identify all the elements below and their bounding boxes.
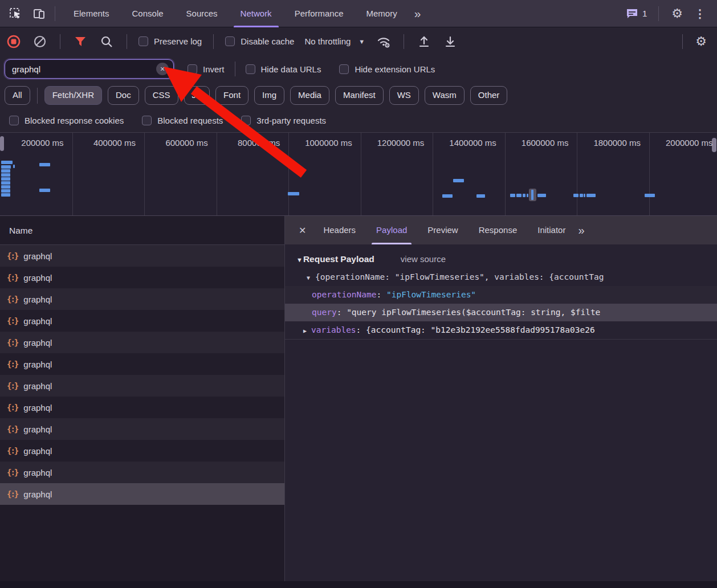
tab-performance[interactable]: Performance xyxy=(283,0,355,27)
waterfall-bar[interactable] xyxy=(1,185,10,189)
more-tabs-chevron-icon[interactable]: » xyxy=(409,7,427,21)
detail-tab-preview[interactable]: Preview xyxy=(417,216,468,244)
export-har-icon[interactable] xyxy=(442,34,458,50)
waterfall-bar[interactable] xyxy=(288,192,299,195)
request-row[interactable]: {:}graphql xyxy=(0,440,284,462)
overview-scroll-thumb-left[interactable] xyxy=(0,136,4,151)
hide-extension-urls-checkbox[interactable] xyxy=(339,64,349,74)
waterfall-bar[interactable] xyxy=(1,181,10,185)
chip-fetchxhr[interactable]: Fetch/XHR xyxy=(44,86,102,105)
waterfall-bar[interactable] xyxy=(523,194,525,197)
request-row[interactable]: {:}graphql xyxy=(0,353,284,375)
disable-cache-checkbox-group[interactable]: Disable cache xyxy=(225,36,294,46)
waterfall-bar[interactable] xyxy=(1,169,10,173)
detail-more-tabs-chevron-icon[interactable]: » xyxy=(578,224,584,237)
waterfall-bar[interactable] xyxy=(453,179,464,182)
request-row[interactable]: {:}graphql xyxy=(0,245,284,267)
disable-cache-checkbox[interactable] xyxy=(225,36,235,46)
network-overview-timeline[interactable]: 200000 ms400000 ms600000 ms800000 ms1000… xyxy=(0,132,717,216)
object-collapse-icon[interactable]: ▼ xyxy=(307,275,310,281)
payload-row-query[interactable]: query: "query ipFlowTimeseries($accountT… xyxy=(285,304,717,321)
waterfall-bar[interactable] xyxy=(1,177,10,181)
console-messages-button[interactable]: 1 xyxy=(621,8,651,19)
blocked-response-cookies-checkbox[interactable] xyxy=(9,116,19,125)
chip-css[interactable]: CSS xyxy=(145,86,178,105)
view-source-link[interactable]: view source xyxy=(401,254,446,264)
chip-all[interactable]: All xyxy=(5,86,30,105)
preserve-log-checkbox-group[interactable]: Preserve log xyxy=(138,36,202,46)
detail-tab-headers[interactable]: Headers xyxy=(313,216,366,244)
preserve-log-checkbox[interactable] xyxy=(138,36,148,46)
waterfall-bar[interactable] xyxy=(573,194,579,197)
settings-gear-icon[interactable]: ⚙ xyxy=(666,6,689,21)
request-row[interactable]: {:}graphql xyxy=(0,310,284,332)
inspect-element-icon[interactable] xyxy=(7,5,24,22)
chip-ws[interactable]: WS xyxy=(389,86,419,105)
waterfall-bar[interactable] xyxy=(1,165,11,169)
invert-checkbox[interactable] xyxy=(188,64,197,74)
request-row[interactable]: {:}graphql xyxy=(0,483,284,505)
chip-font[interactable]: Font xyxy=(215,86,248,105)
search-icon[interactable] xyxy=(99,34,115,50)
waterfall-bar[interactable] xyxy=(586,194,596,197)
chip-js[interactable]: JS xyxy=(184,86,210,105)
third-party-requests-checkbox[interactable] xyxy=(241,116,251,125)
payload-preview-line[interactable]: ▼{operationName: "ipFlowTimeseries", var… xyxy=(285,268,717,286)
kebab-menu-icon[interactable]: ⋮ xyxy=(689,7,711,21)
request-row[interactable]: {:}graphql xyxy=(0,332,284,353)
waterfall-bar[interactable] xyxy=(1,189,10,193)
detail-tab-payload[interactable]: Payload xyxy=(366,216,417,244)
waterfall-bar[interactable] xyxy=(645,194,655,197)
request-row[interactable]: {:}graphql xyxy=(0,288,284,310)
hide-data-urls-checkbox[interactable] xyxy=(246,64,255,74)
request-row[interactable]: {:}graphql xyxy=(0,397,284,418)
network-conditions-icon[interactable] xyxy=(376,34,392,50)
request-row[interactable]: {:}graphql xyxy=(0,375,284,397)
tab-network[interactable]: Network xyxy=(229,0,283,27)
blocked-response-cookies-checkbox-group[interactable]: Blocked response cookies xyxy=(9,116,124,125)
clear-button[interactable] xyxy=(32,34,48,50)
chip-wasm[interactable]: Wasm xyxy=(425,86,465,105)
hide-extension-urls-checkbox-group[interactable]: Hide extension URLs xyxy=(339,64,435,74)
waterfall-bar[interactable] xyxy=(580,194,583,197)
close-detail-icon[interactable]: ✕ xyxy=(299,225,306,236)
throttling-dropdown[interactable]: No throttling ▼ xyxy=(304,36,365,46)
clear-filter-icon[interactable]: × xyxy=(156,63,169,75)
waterfall-bar[interactable] xyxy=(13,165,15,168)
tab-sources[interactable]: Sources xyxy=(175,0,229,27)
section-collapse-icon[interactable]: ▼ xyxy=(296,256,303,263)
network-settings-gear-icon[interactable]: ⚙ xyxy=(690,34,717,49)
tab-memory[interactable]: Memory xyxy=(355,0,409,27)
expand-icon[interactable]: ▶ xyxy=(303,322,307,339)
detail-tab-response[interactable]: Response xyxy=(469,216,528,244)
tab-elements[interactable]: Elements xyxy=(62,0,121,27)
waterfall-bar[interactable] xyxy=(39,163,50,166)
filter-input[interactable] xyxy=(12,64,156,74)
record-button[interactable] xyxy=(6,34,22,50)
waterfall-bar[interactable] xyxy=(442,194,453,198)
waterfall-bar[interactable] xyxy=(527,194,528,197)
waterfall-bar[interactable] xyxy=(510,194,515,197)
device-toolbar-icon[interactable] xyxy=(31,5,48,22)
selected-request-marker[interactable] xyxy=(529,189,536,201)
request-row[interactable]: {:}graphql xyxy=(0,418,284,440)
detail-tab-initiator[interactable]: Initiator xyxy=(527,216,576,244)
waterfall-bar[interactable] xyxy=(516,194,522,197)
waterfall-bar[interactable] xyxy=(1,161,13,164)
request-row[interactable]: {:}graphql xyxy=(0,462,284,483)
waterfall-bar[interactable] xyxy=(537,194,546,197)
import-har-icon[interactable] xyxy=(416,34,432,50)
request-row[interactable]: {:}graphql xyxy=(0,267,284,288)
chip-doc[interactable]: Doc xyxy=(108,86,139,105)
chip-manifest[interactable]: Manifest xyxy=(335,86,384,105)
payload-row-operationname[interactable]: operationName: "ipFlowTimeseries" xyxy=(285,286,717,304)
waterfall-bar[interactable] xyxy=(1,173,10,177)
waterfall-bar[interactable] xyxy=(1,193,10,197)
hide-data-urls-checkbox-group[interactable]: Hide data URLs xyxy=(246,64,321,74)
blocked-requests-checkbox-group[interactable]: Blocked requests xyxy=(142,116,223,125)
invert-checkbox-group[interactable]: Invert xyxy=(188,64,225,74)
chip-img[interactable]: Img xyxy=(254,86,284,105)
waterfall-bar[interactable] xyxy=(39,189,50,192)
filter-icon[interactable] xyxy=(72,34,88,50)
waterfall-bar[interactable] xyxy=(584,194,585,197)
